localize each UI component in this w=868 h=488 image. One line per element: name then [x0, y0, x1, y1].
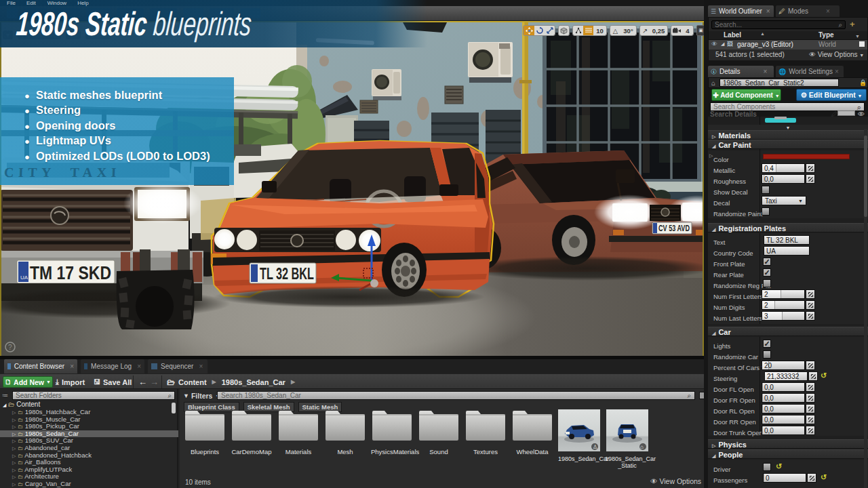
svg-text:♙: ♙: [593, 444, 597, 450]
svg-text:⌂: ⌂: [640, 444, 644, 450]
